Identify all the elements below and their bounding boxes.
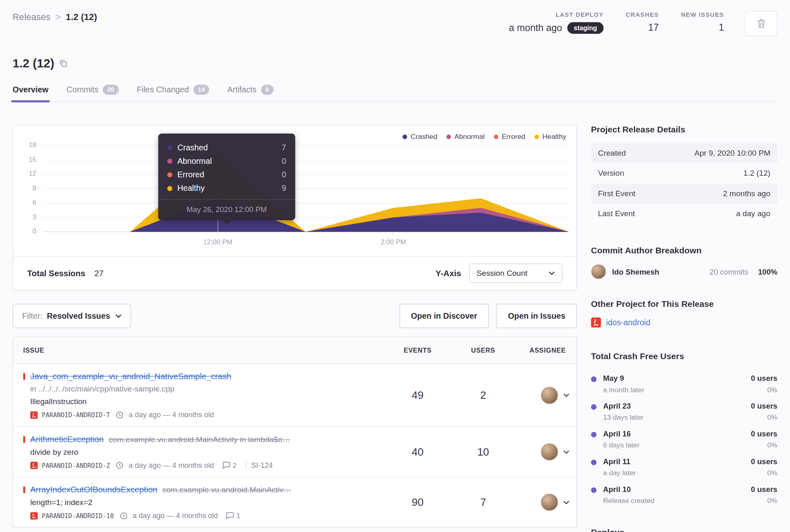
last-deploy-value: a month ago: [509, 22, 562, 34]
detail-label: Created: [598, 149, 626, 158]
comments-count[interactable]: 2: [222, 461, 237, 469]
breadcrumb-releases-link[interactable]: Releases: [13, 12, 51, 23]
crash-free-percent: 0%: [751, 413, 777, 421]
users-count: 10: [451, 446, 516, 458]
crash-free-caption: 6 days later: [603, 441, 751, 449]
crash-free-users: 0 users: [751, 485, 777, 494]
crash-free-row: April 23 13 days later 0 users 0%: [591, 402, 777, 429]
tooltip-timestamp: May 26, 2020 12:00 PM: [158, 199, 295, 220]
issue-age: a day ago — 4 months old: [129, 461, 214, 469]
assignee-avatar[interactable]: [540, 386, 558, 404]
android-platform-icon: [591, 317, 601, 328]
tooltip-value: 0: [282, 156, 286, 165]
crash-free-users: 0 users: [751, 374, 777, 382]
legend-label: Errored: [502, 132, 525, 141]
total-sessions-label: Total Sessions: [27, 268, 85, 278]
detail-value: a day ago: [736, 209, 770, 218]
y-axis-tick-label: 0: [13, 227, 36, 235]
detail-value: 2 months ago: [723, 189, 770, 198]
comment-icon: [222, 462, 230, 469]
issue-age: a day ago — 4 months old: [129, 411, 214, 419]
external-issue-link[interactable]: SI-124: [251, 461, 273, 469]
errored-legend-dot: [494, 134, 498, 139]
filter-label: Filter:: [22, 311, 42, 320]
crash-free-date: April 16: [603, 429, 631, 438]
tab-commits[interactable]: Commits 20: [67, 85, 119, 101]
issue-annotation-group: SI-124: [241, 461, 273, 469]
legend-item-healthy[interactable]: Healthy: [534, 132, 566, 141]
release-tabs: Overview Commits 20 Files Changed 14 Art…: [13, 85, 777, 102]
crash-free-users: 0 users: [751, 429, 777, 438]
clock-icon: [116, 411, 124, 419]
error-level-indicator: [23, 486, 25, 493]
filter-selected-value: Resolved Issues: [47, 311, 110, 320]
crash-free-row: April 11 a day later 0 users 0%: [591, 457, 777, 485]
release-details-heading: Project Release Details: [591, 125, 777, 135]
chevron-down-icon[interactable]: [563, 393, 569, 397]
tab-artifacts[interactable]: Artifacts 0: [227, 85, 273, 101]
legend-label: Abnormal: [454, 132, 484, 141]
timeline-dot: [591, 404, 597, 410]
project-slug-link[interactable]: PARANOID-ANDROID-10: [42, 512, 114, 520]
android-platform-icon: [30, 461, 38, 469]
sessions-area-chart[interactable]: [42, 140, 569, 235]
tab-artifacts-count: 0: [261, 85, 273, 95]
column-header-assignee: ASSIGNEE: [516, 346, 576, 354]
sessions-chart[interactable]: Crashed Abnormal Errored: [13, 125, 576, 257]
detail-label: Last Event: [598, 209, 635, 218]
tab-overview[interactable]: Overview: [13, 85, 49, 101]
staging-badge: staging: [567, 22, 603, 34]
assignee-avatar[interactable]: [540, 494, 558, 511]
crash-free-heading: Total Crash Free Users: [591, 352, 777, 362]
issue-title-link[interactable]: Java_com_example_vu_android_NativeSample…: [30, 371, 231, 381]
assignee-selector[interactable]: [516, 494, 576, 511]
legend-item-abnormal[interactable]: Abnormal: [446, 132, 485, 141]
crash-free-caption: a day later: [603, 469, 751, 477]
chevron-down-icon[interactable]: [563, 500, 569, 504]
tab-commits-label: Commits: [67, 85, 98, 94]
legend-item-crashed[interactable]: Crashed: [403, 132, 437, 141]
issue-message: IllegalInstruction: [23, 397, 385, 406]
tab-artifacts-label: Artifacts: [227, 85, 256, 94]
issue-row: ArithmeticException com.example.vu.andro…: [13, 427, 576, 477]
release-sidebar: Project Release Details Created Apr 9, 2…: [591, 125, 777, 532]
assignee-avatar[interactable]: [540, 443, 558, 460]
total-sessions-value: 27: [94, 268, 104, 278]
issue-title-link[interactable]: ArrayIndexOutOfBoundsException: [30, 485, 157, 494]
delete-release-button[interactable]: [745, 11, 777, 36]
open-in-discover-button[interactable]: Open in Discover: [399, 304, 489, 328]
crash-free-users: 0 users: [751, 402, 777, 410]
users-count: 7: [451, 496, 516, 508]
copy-version-button[interactable]: [59, 60, 67, 68]
assignee-selector[interactable]: [516, 386, 576, 404]
tooltip-value: 7: [282, 143, 286, 152]
comments-count[interactable]: 1: [226, 512, 241, 520]
detail-value: 1.2 (12): [743, 169, 770, 178]
detail-row-version: Version 1.2 (12): [591, 163, 777, 183]
issue-culprit-inline: com.example.vu.android.MainActiv…: [162, 485, 291, 494]
author-name: Ido Shemesh: [612, 267, 704, 276]
tab-files-changed[interactable]: Files Changed 14: [137, 85, 209, 101]
errored-tooltip-dot: [167, 172, 172, 177]
project-slug-link[interactable]: PARANOID-ANDROID-Z: [42, 461, 110, 469]
healthy-legend-dot: [534, 134, 539, 139]
comment-icon: [226, 512, 234, 519]
issue-age: a day ago — 4 months old: [132, 512, 218, 520]
events-count: 40: [385, 446, 450, 458]
issue-title-link[interactable]: ArithmeticException: [30, 434, 104, 444]
y-axis-tick-label: 9: [13, 184, 36, 192]
error-level-indicator: [23, 436, 25, 443]
crash-free-caption: 13 days later: [603, 413, 751, 421]
issue-message: length=1; index=2: [23, 498, 385, 507]
assignee-selector[interactable]: [516, 443, 576, 460]
stat-last-deploy: LAST DEPLOY a month ago staging: [509, 11, 604, 34]
y-axis-select[interactable]: Session Count: [469, 264, 562, 283]
tab-overview-label: Overview: [13, 85, 49, 94]
legend-item-errored[interactable]: Errored: [494, 132, 525, 141]
project-slug-link[interactable]: PARANOID-ANDROID-T: [42, 411, 110, 419]
issues-filter-select[interactable]: Filter: Resolved Issues: [13, 304, 131, 328]
events-count: 90: [385, 496, 450, 508]
other-project-link[interactable]: idos-android: [606, 318, 651, 327]
chevron-down-icon[interactable]: [563, 450, 569, 454]
open-in-issues-button[interactable]: Open in Issues: [496, 304, 577, 328]
